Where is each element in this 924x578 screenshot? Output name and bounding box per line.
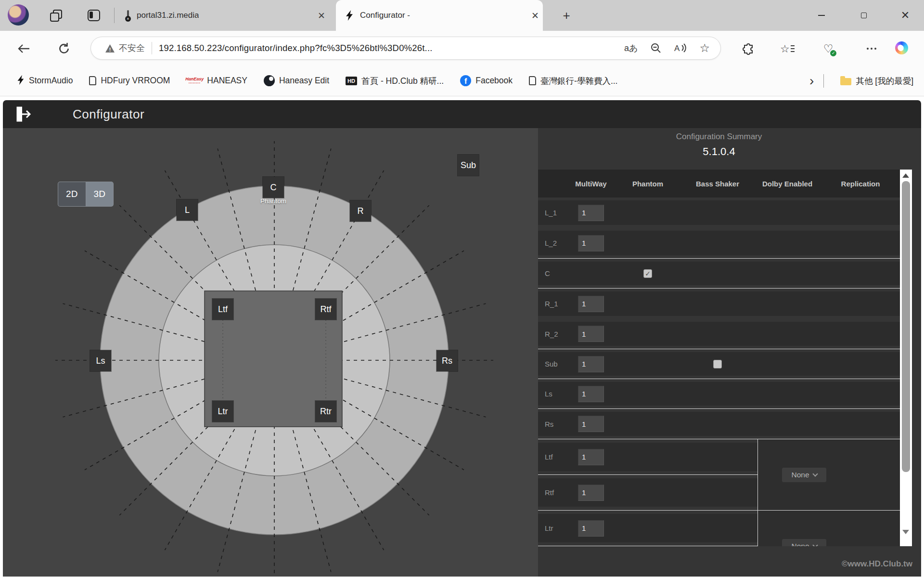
row-label: Ls xyxy=(538,390,568,398)
chevron-right-icon[interactable]: › xyxy=(809,76,814,86)
tab-portal31[interactable]: portal31.zi.media ✕ xyxy=(119,0,329,31)
lightning-icon xyxy=(16,75,25,87)
speaker-rs[interactable]: Rs xyxy=(436,350,458,371)
row-label: R_1 xyxy=(538,300,568,308)
favorites-bar-icon[interactable]: ☆ xyxy=(781,41,795,56)
multiway-input[interactable] xyxy=(578,449,604,465)
replication-cell-ltf-rtf: None xyxy=(757,439,900,511)
replication-value: None xyxy=(791,542,809,546)
multiway-cell xyxy=(568,485,614,501)
svg-text:A: A xyxy=(674,44,680,53)
zoom-out-icon[interactable] xyxy=(650,42,662,54)
scrollbar-thumb[interactable] xyxy=(902,181,910,472)
speaker-note: Phantom xyxy=(253,197,294,205)
navigation-toolbar: ! 不安全 192.168.50.223/configurator/index.… xyxy=(0,31,924,66)
phantom-checkbox[interactable]: ✓ xyxy=(643,269,652,278)
address-bar[interactable]: ! 不安全 192.168.50.223/configurator/index.… xyxy=(90,37,721,60)
summary-version: 5.1.0.4 xyxy=(538,145,900,158)
speaker-ls[interactable]: Ls xyxy=(90,350,111,371)
bookmark-item[interactable]: fFacebook xyxy=(460,75,513,86)
multiway-input[interactable] xyxy=(578,386,604,402)
warning-icon[interactable]: ! xyxy=(105,44,115,53)
speaker-c[interactable]: CPhantom xyxy=(263,177,284,198)
replication-dropdown-partial[interactable]: None xyxy=(782,539,826,546)
multiway-input[interactable] xyxy=(578,416,604,432)
logout-icon[interactable] xyxy=(15,106,32,122)
translate-icon[interactable]: aあ xyxy=(624,42,638,54)
workspaces-icon[interactable] xyxy=(49,9,63,22)
speaker-ltr[interactable]: Ltr xyxy=(212,401,233,422)
multiway-input[interactable] xyxy=(578,356,604,372)
speaker-rtr[interactable]: Rtr xyxy=(315,401,336,422)
bookmark-item[interactable]: 臺灣銀行-學雜費入... xyxy=(529,75,617,87)
minimize-button[interactable] xyxy=(812,7,831,24)
url-text[interactable]: 192.168.50.223/configurator/index.php?fc… xyxy=(159,43,433,53)
security-label[interactable]: 不安全 xyxy=(119,42,145,54)
read-aloud-icon[interactable]: A xyxy=(674,43,687,53)
column-header: MultiWay xyxy=(568,180,614,188)
speaker-r[interactable]: R xyxy=(350,200,371,222)
tab-title: Configurator - xyxy=(360,11,410,20)
table-row-c: C✓ xyxy=(538,258,900,289)
restore-button[interactable] xyxy=(855,7,873,24)
multiway-input[interactable] xyxy=(578,326,604,342)
hd-badge-icon: HD xyxy=(346,77,357,85)
copilot-icon[interactable] xyxy=(894,40,909,55)
tab-configurator[interactable]: Configurator - ✕ xyxy=(336,0,543,31)
multiway-input[interactable] xyxy=(578,205,604,221)
tab-title: portal31.zi.media xyxy=(137,11,199,20)
bookmark-item[interactable]: HD首頁 - HD.Club 精研... xyxy=(346,75,444,87)
column-header: Bass Shaker xyxy=(681,180,754,188)
bookmark-item[interactable]: HanEasy••••••••HANEASY xyxy=(186,76,247,86)
multiway-input[interactable] xyxy=(578,520,604,537)
multiway-cell xyxy=(568,296,614,312)
row-label: C xyxy=(538,269,568,277)
favorite-star-icon[interactable]: ☆ xyxy=(699,41,710,55)
swirl-icon xyxy=(264,75,275,86)
row-label: Rtf xyxy=(538,488,568,497)
speaker-sub[interactable]: Sub xyxy=(458,155,479,176)
profile-avatar[interactable] xyxy=(8,4,29,26)
summary-title: Configuration Summary xyxy=(538,132,900,142)
close-tab-icon[interactable]: ✕ xyxy=(527,9,543,22)
chevron-down-icon xyxy=(812,542,818,546)
replication-dropdown[interactable]: None xyxy=(782,468,826,482)
multiway-cell xyxy=(568,520,614,537)
haneasy-logo-icon: HanEasy•••••••• xyxy=(186,77,203,84)
svg-text:!: ! xyxy=(109,46,111,52)
multiway-input[interactable] xyxy=(578,296,604,312)
new-tab-button[interactable]: + xyxy=(558,8,575,24)
bookmark-item[interactable]: HDFury VRROOM xyxy=(89,76,170,86)
settings-dots-icon[interactable] xyxy=(860,41,875,56)
tab-strip: portal31.zi.media ✕ Configurator - ✕ + ✕ xyxy=(0,0,924,31)
scrollbar[interactable] xyxy=(900,170,912,546)
bookmark-item[interactable]: Haneasy Edit xyxy=(264,75,329,86)
table-row-rs: Rs xyxy=(538,409,900,439)
bookmark-label: HANEASY xyxy=(207,76,247,86)
toggle-3d-button[interactable]: 3D xyxy=(86,182,114,206)
multiway-input[interactable] xyxy=(578,235,604,251)
browser-essentials-icon[interactable]: ♡ xyxy=(821,41,835,56)
speaker-l[interactable]: L xyxy=(177,199,198,221)
close-tab-icon[interactable]: ✕ xyxy=(314,9,329,22)
multiway-input[interactable] xyxy=(578,485,604,501)
scroll-up-icon[interactable] xyxy=(902,173,909,178)
row-label: L_2 xyxy=(538,239,568,247)
refresh-icon[interactable] xyxy=(57,41,71,56)
extensions-icon[interactable] xyxy=(741,41,756,56)
close-window-button[interactable]: ✕ xyxy=(896,7,914,24)
toggle-2d-button[interactable]: 2D xyxy=(58,182,86,206)
speaker-rtf[interactable]: Rtf xyxy=(315,299,336,320)
bookmark-item[interactable]: StormAudio xyxy=(16,75,73,87)
other-favorites-label: 其他 [我的最愛] xyxy=(856,75,913,87)
facebook-icon: f xyxy=(460,75,471,86)
bass-shaker-checkbox[interactable] xyxy=(713,360,722,368)
speaker-ltf[interactable]: Ltf xyxy=(212,299,233,320)
scroll-down-icon[interactable] xyxy=(902,530,909,534)
bookmarks-bar: StormAudioHDFury VRROOMHanEasy••••••••HA… xyxy=(0,66,924,96)
bass-shaker-cell xyxy=(681,360,754,368)
table-row-l_1: L_1 xyxy=(538,197,900,228)
vertical-tabs-icon[interactable] xyxy=(88,9,101,22)
other-favorites-folder[interactable]: 其他 [我的最愛] xyxy=(840,75,924,87)
back-icon[interactable] xyxy=(16,41,31,56)
